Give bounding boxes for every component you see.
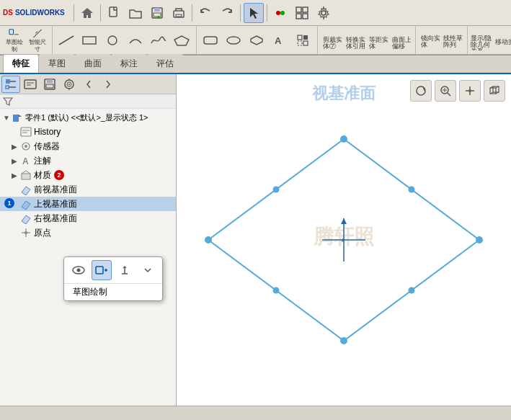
edit-tools-group: 剪裁实体⑦ 转换实体引用 等距实体 曲面上偏移: [320, 26, 416, 54]
svg-point-20: [227, 37, 240, 44]
sketch-draw-menu-item[interactable]: 草图绘制: [64, 284, 162, 300]
redo-button[interactable]: [217, 3, 237, 23]
line-button[interactable]: [55, 27, 78, 53]
tree-history[interactable]: History: [0, 125, 176, 139]
sep2: [100, 4, 101, 22]
text-button[interactable]: A: [268, 27, 291, 53]
dimension-ctx-button[interactable]: [115, 260, 135, 280]
origin-label: 原点: [34, 227, 51, 239]
tree-arrow-sensors: ▶: [12, 143, 20, 151]
tab-features[interactable]: 特征: [3, 54, 39, 73]
tab-markup[interactable]: 标注: [111, 54, 147, 73]
sep1: [74, 4, 74, 22]
sketch-draw-button[interactable]: 草图绘制: [3, 27, 26, 53]
dot-right: [476, 236, 483, 243]
hex-button[interactable]: [245, 27, 268, 53]
arc-button[interactable]: [124, 27, 147, 53]
circle-button[interactable]: [101, 27, 124, 53]
view-tools: [410, 80, 505, 102]
select-tool-button[interactable]: [244, 3, 264, 23]
tree-root[interactable]: ▼ 零件1 (默认) <<默认>_显示状态 1>: [0, 110, 176, 125]
show-hide-ctx-button[interactable]: [68, 260, 89, 280]
line-tools-group: [55, 26, 197, 54]
svg-rect-24: [303, 35, 308, 40]
ellipse-button[interactable]: [199, 27, 222, 53]
svg-rect-23: [298, 35, 302, 40]
svg-rect-3: [154, 13, 161, 17]
tab-evaluate[interactable]: 评估: [147, 54, 183, 73]
svg-text:体⑦: 体⑦: [323, 43, 336, 50]
more-ctx-button[interactable]: [138, 260, 158, 280]
display-button[interactable]: [270, 3, 290, 23]
top-plane-label: 上视基准面: [34, 198, 77, 210]
surface-offset-button[interactable]: 曲面上偏移: [389, 27, 412, 53]
trim-button[interactable]: 剪裁实体⑦: [320, 27, 343, 53]
svg-rect-51: [47, 79, 53, 83]
smart-dim-button[interactable]: 智能尺寸: [26, 27, 49, 53]
tree-origin[interactable]: 原点: [0, 225, 176, 240]
rect-button[interactable]: [78, 27, 101, 53]
svg-point-17: [108, 36, 117, 45]
save-panel-btn[interactable]: [40, 76, 59, 93]
tab-surface[interactable]: 曲面: [75, 54, 111, 73]
tree-material[interactable]: ▶ 材质 2: [0, 168, 176, 182]
svg-marker-18: [174, 36, 189, 45]
dot-left: [205, 236, 212, 243]
root-label: 零件1 (默认) <<默认>_显示状态 1>: [25, 112, 148, 123]
sketch-ctx-button[interactable]: [92, 260, 112, 280]
convert-button[interactable]: 转换实体引用: [343, 27, 366, 53]
3d-view-btn[interactable]: [484, 80, 505, 102]
dot-bottom: [340, 337, 347, 344]
linear-array-button[interactable]: 线性草图阵列: [441, 27, 464, 53]
dot-tr: [409, 187, 415, 193]
svg-rect-9: [303, 7, 308, 12]
toolbar-area: DS SOLIDWORKS: [0, 0, 511, 55]
show-relations-button[interactable]: 显示/隐除几何关系: [470, 27, 493, 53]
undo-button[interactable]: [195, 3, 215, 23]
scroll-left-btn[interactable]: [79, 76, 98, 93]
home-button[interactable]: [77, 3, 97, 23]
spline-button[interactable]: [147, 27, 170, 53]
move-button[interactable]: 移动实体: [493, 27, 511, 53]
rotate-view-btn[interactable]: [410, 80, 432, 102]
more-shapes-button[interactable]: [291, 27, 314, 53]
open-button[interactable]: [125, 3, 146, 23]
tab-sketch[interactable]: 草图: [39, 54, 75, 73]
polygon-button[interactable]: [170, 27, 193, 53]
tree-right-plane[interactable]: 右视基准面: [0, 211, 176, 225]
zoom-view-btn[interactable]: [435, 80, 456, 102]
settings-button[interactable]: [314, 3, 334, 23]
tree-sensors[interactable]: ▶ 传感器: [0, 139, 176, 153]
pan-view-btn[interactable]: [459, 80, 481, 102]
mirror-button[interactable]: 镜向实体: [418, 27, 441, 53]
part-icon: [12, 112, 23, 123]
svg-rect-16: [83, 37, 96, 44]
offset-button[interactable]: 等距实体: [366, 27, 389, 53]
left-panel: ▼ 零件1 (默认) <<默认>_显示状态 1> History: [0, 74, 177, 406]
scroll-right-btn[interactable]: [99, 76, 117, 93]
grid-view-button[interactable]: [292, 3, 312, 23]
new-file-button[interactable]: [104, 3, 124, 23]
tree-front-plane[interactable]: 前视基准面: [0, 182, 176, 197]
target-btn[interactable]: [60, 76, 79, 93]
history-icon: [20, 126, 32, 138]
relation-tools-group: 显示/隐除几何关系 移动实体: [470, 26, 511, 54]
save-button[interactable]: [147, 3, 167, 23]
shape-tools-group: A: [199, 26, 318, 54]
viewport[interactable]: 腾轩照 *: [177, 74, 511, 406]
svg-marker-68: [22, 201, 30, 210]
sep4: [240, 4, 241, 22]
property-btn[interactable]: [21, 76, 40, 93]
svg-rect-43: [6, 79, 10, 84]
slot-button[interactable]: [222, 27, 245, 53]
feature-tree-btn[interactable]: [1, 76, 20, 93]
print-button[interactable]: [169, 3, 189, 23]
tree-annotations[interactable]: ▶ A 注解: [0, 153, 176, 168]
svg-rect-10: [296, 14, 301, 19]
tree-top-plane[interactable]: 上视基准面 1: [0, 197, 176, 211]
solidworks-logo: DS SOLIDWORKS: [3, 9, 65, 17]
panel-toolbar: [0, 74, 176, 94]
sep5: [267, 4, 267, 22]
svg-text:阵列: 阵列: [443, 41, 456, 48]
svg-rect-66: [22, 174, 30, 179]
